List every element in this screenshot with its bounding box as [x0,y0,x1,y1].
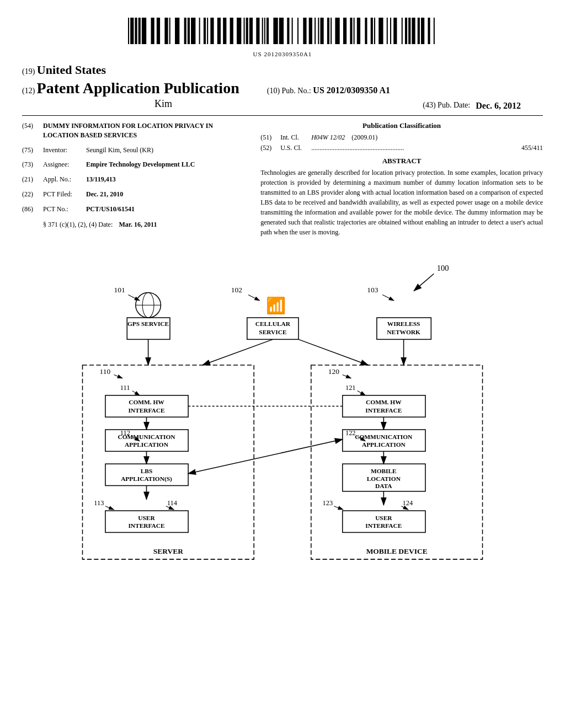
svg-rect-36 [318,18,319,44]
svg-rect-48 [379,18,383,44]
svg-rect-40 [335,18,339,44]
svg-rect-27 [266,18,269,44]
svg-rect-35 [315,18,316,44]
server-box [83,365,254,559]
mobile-box [311,365,483,559]
cellular-text1: CELLULAR [255,320,291,327]
svg-rect-7 [164,18,168,44]
arrow-123 [334,506,343,510]
pub-classification-title: Publication Classification [260,121,543,130]
label-100: 100 [437,264,449,272]
svg-rect-49 [387,18,388,44]
svg-rect-10 [184,18,186,44]
field-75-label: Inventor: [43,146,82,155]
svg-rect-47 [374,18,375,44]
svg-rect-16 [210,18,214,44]
field-73-label: Assignee: [43,160,82,169]
svg-rect-1 [130,18,134,44]
field-21-label: Appl. No.: [43,175,82,184]
svg-rect-51 [393,18,397,44]
field-21-num: (21) [22,175,39,184]
field-51-class-container: H04W 12/02 (2009.01) [311,133,543,142]
patent-title-row: (12) Patent Application Publication (10)… [22,79,543,97]
field-54-value: DUMMY INFORMATION FOR LOCATION PRIVACY I… [43,121,244,140]
field-86-label: PCT No.: [43,205,82,214]
wireless-text2: NETWORK [387,329,420,335]
field-86-num: (86) [22,205,39,214]
svg-rect-26 [264,18,265,44]
pub-no-value: US 2012/0309350 A1 [313,85,390,95]
svg-rect-29 [279,18,284,44]
svg-rect-19 [230,18,233,44]
svg-rect-34 [309,18,312,44]
svg-rect-0 [128,18,129,44]
pub-date-value: Dec. 6, 2012 [476,101,521,111]
svg-rect-45 [365,18,367,44]
svg-rect-53 [405,18,407,44]
field-22-label: PCT Filed: [43,190,82,199]
svg-rect-2 [135,18,137,44]
field-75-num: (75) [22,146,39,155]
patent-number-barcode: US 20120309350A1 [22,51,543,57]
mob-loc-text3: DATA [375,483,392,489]
comm-app-mobile-text1: COMMUNICATION [355,433,413,440]
svg-rect-32 [297,18,299,44]
svg-rect-33 [303,18,306,44]
cellular-text2: SERVICE [259,329,286,335]
svg-rect-12 [191,18,195,44]
field-21: (21) Appl. No.: 13/119,413 [22,175,244,184]
svg-rect-11 [188,18,190,44]
field-52: (52) U.S. Cl. ..........................… [260,144,543,152]
svg-rect-15 [207,18,208,44]
field-75-value: Seungil Kim, Seoul (KR) [86,146,244,155]
svg-rect-14 [204,18,206,44]
svg-rect-37 [320,18,323,44]
label-103: 103 [367,286,378,294]
label-124: 124 [403,499,413,507]
svg-rect-24 [256,18,259,44]
comm-hw-server-text1: COMM. HW [129,399,164,405]
arrow-111 [132,391,140,395]
arrow-121 [358,391,366,395]
label-120: 120 [328,367,339,376]
arrow-120 [343,375,351,378]
svg-rect-17 [217,18,221,44]
field-371-inner: § 371 (c)(1), (2), (4) Date: Mar. 16, 20… [43,220,157,229]
inventor-surname: Kim [154,98,172,111]
label-101: 101 [114,286,125,294]
abstract-text: Technologies are generally described for… [260,168,543,237]
header-section: (19) United States (12) Patent Applicati… [22,63,543,111]
barcode-svg [117,17,448,47]
svg-rect-30 [287,18,289,44]
field-371: § 371 (c)(1), (2), (4) Date: Mar. 16, 20… [43,220,244,229]
comm-hw-mobile-text2: INTERFACE [365,407,402,414]
svg-rect-5 [151,18,154,44]
svg-rect-55 [412,18,415,44]
field-51-year: (2009.01) [351,133,377,141]
mob-loc-text2: LOCATION [367,475,401,482]
ui-server-text1: USER [138,515,155,521]
label-123: 123 [323,499,333,507]
svg-rect-20 [237,18,241,44]
svg-rect-46 [371,18,373,44]
svg-rect-52 [402,18,403,44]
field-54-num: (54) [22,121,39,140]
comm-hw-server-text2: INTERFACE [128,407,164,414]
doc-type-row: (12) Patent Application Publication [22,79,239,97]
country-name: United States [37,63,106,77]
svg-rect-31 [292,18,293,44]
field-54: (54) DUMMY INFORMATION FOR LOCATION PRIV… [22,121,244,140]
field-51: (51) Int. Cl. H04W 12/02 (2009.01) [260,133,543,142]
field-73-num: (73) [22,160,39,169]
svg-rect-28 [273,18,278,44]
field-22-value: Dec. 21, 2010 [86,190,244,199]
arrow-102 [248,295,260,301]
svg-rect-22 [246,18,248,44]
arrow-113 [105,506,114,510]
label-114: 114 [167,499,178,507]
svg-rect-9 [175,18,179,44]
country-label: (19) [22,67,35,76]
ui-mobile-text1: USER [375,515,392,521]
lbs-text2: APPLICATION(S) [121,475,172,483]
svg-rect-18 [223,18,226,44]
